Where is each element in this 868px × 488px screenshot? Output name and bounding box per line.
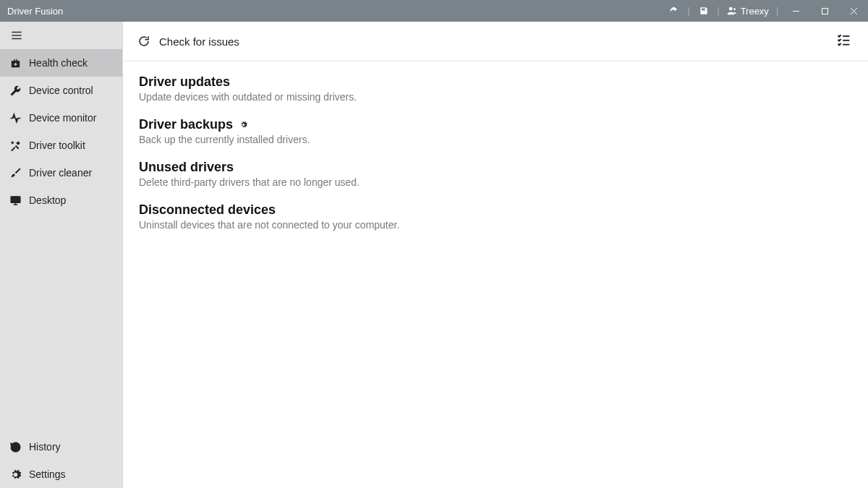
close-button[interactable] bbox=[839, 0, 868, 22]
tools-icon bbox=[9, 139, 22, 152]
content-area: Driver updates Update devices with outda… bbox=[123, 61, 868, 258]
sidebar-item-label: History bbox=[29, 441, 61, 453]
section-desc: Update devices with outdated or missing … bbox=[139, 91, 852, 103]
sidebar-item-label: Driver cleaner bbox=[29, 167, 92, 179]
hamburger-button[interactable] bbox=[0, 22, 122, 49]
check-for-issues-label: Check for issues bbox=[159, 35, 239, 48]
sidebar: Health check Device control Device monit… bbox=[0, 22, 123, 488]
save-icon[interactable] bbox=[693, 0, 715, 22]
sidebar-item-settings[interactable]: Settings bbox=[0, 461, 122, 488]
section-unused-drivers[interactable]: Unused drivers Delete third-party driver… bbox=[139, 160, 852, 188]
sidebar-item-label: Settings bbox=[29, 468, 66, 480]
sidebar-item-desktop[interactable]: Desktop bbox=[0, 187, 122, 214]
gear-icon[interactable] bbox=[239, 120, 248, 129]
user-icon bbox=[727, 6, 737, 16]
section-desc: Delete third-party drivers that are no l… bbox=[139, 176, 852, 188]
svg-rect-9 bbox=[11, 196, 20, 202]
sidebar-item-device-control[interactable]: Device control bbox=[0, 77, 122, 104]
history-icon bbox=[9, 440, 22, 453]
section-desc: Back up the currently installed drivers. bbox=[139, 134, 852, 145]
brush-icon bbox=[9, 166, 22, 179]
section-title: Driver updates bbox=[139, 74, 852, 90]
sidebar-item-driver-cleaner[interactable]: Driver cleaner bbox=[0, 159, 122, 187]
toolbar: Check for issues bbox=[123, 22, 868, 61]
wrench-icon bbox=[9, 84, 22, 97]
list-toggle-button[interactable] bbox=[836, 33, 851, 50]
maximize-button[interactable] bbox=[810, 0, 839, 22]
svg-point-0 bbox=[729, 7, 733, 11]
sidebar-item-history[interactable]: History bbox=[0, 433, 122, 461]
sidebar-item-label: Health check bbox=[29, 57, 88, 69]
section-title: Unused drivers bbox=[139, 160, 852, 175]
section-disconnected-devices[interactable]: Disconnected devices Uninstall devices t… bbox=[139, 202, 852, 231]
account-label: Treexy bbox=[741, 6, 769, 17]
account-button[interactable]: Treexy bbox=[723, 6, 773, 17]
window-title: Driver Fusion bbox=[7, 6, 63, 17]
section-title: Disconnected devices bbox=[139, 202, 852, 218]
sidebar-item-driver-toolkit[interactable]: Driver toolkit bbox=[0, 132, 122, 159]
activity-icon bbox=[9, 111, 22, 124]
sidebar-item-label: Desktop bbox=[29, 194, 66, 206]
share-icon[interactable] bbox=[663, 0, 684, 22]
titlebar: Driver Fusion | | Treexy | bbox=[0, 0, 868, 22]
checklist-icon bbox=[836, 33, 851, 47]
sidebar-item-label: Driver toolkit bbox=[29, 140, 85, 151]
svg-point-1 bbox=[733, 8, 736, 10]
section-title: Driver backups bbox=[139, 117, 852, 132]
check-for-issues-button[interactable]: Check for issues bbox=[137, 35, 239, 48]
briefcase-plus-icon bbox=[9, 56, 22, 69]
svg-rect-3 bbox=[822, 8, 827, 14]
gear-icon bbox=[9, 468, 22, 481]
main-panel: Check for issues Driver updates Update d… bbox=[123, 22, 868, 488]
section-driver-updates[interactable]: Driver updates Update devices with outda… bbox=[139, 74, 852, 103]
monitor-icon bbox=[9, 194, 22, 207]
minimize-button[interactable] bbox=[781, 0, 810, 22]
refresh-icon bbox=[137, 35, 150, 48]
sidebar-item-device-monitor[interactable]: Device monitor bbox=[0, 104, 122, 132]
sidebar-item-label: Device monitor bbox=[29, 112, 96, 124]
section-driver-backups[interactable]: Driver backups Back up the currently ins… bbox=[139, 117, 852, 145]
sidebar-item-label: Device control bbox=[29, 85, 93, 96]
section-desc: Uninstall devices that are not connected… bbox=[139, 219, 852, 231]
sidebar-item-health-check[interactable]: Health check bbox=[0, 49, 122, 77]
